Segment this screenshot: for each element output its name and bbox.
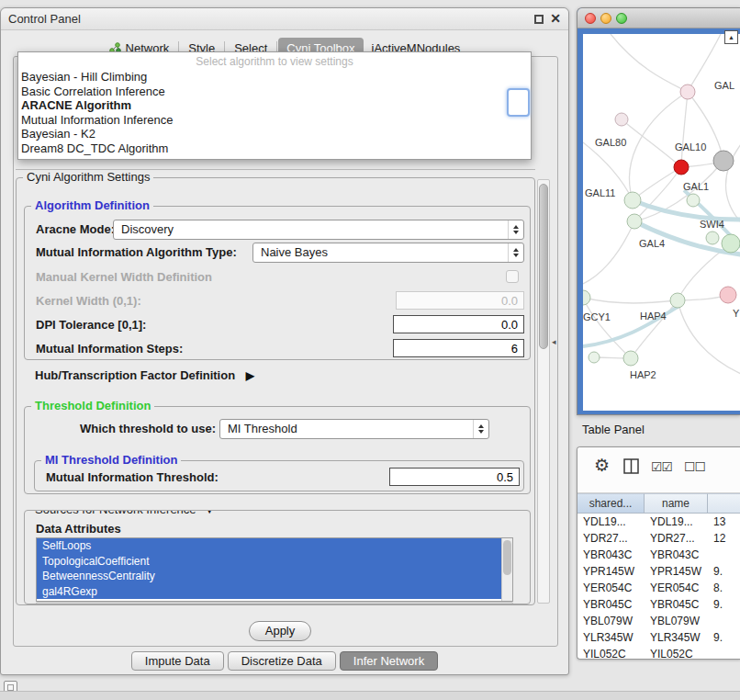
sources-group: Sources for Network Inference ▼ Data Att… — [24, 510, 531, 604]
dropdown-item[interactable]: Bayesian - K2 — [18, 127, 531, 141]
node-pink[interactable] — [680, 85, 695, 99]
node-hap4[interactable] — [670, 293, 685, 308]
cell: YIL052C — [577, 646, 645, 659]
mi-threshold-definition-group: MI Threshold Definition Mutual Informati… — [34, 460, 524, 491]
node-green-right[interactable] — [722, 234, 740, 253]
table-row[interactable]: YLR345WYLR345W9. — [577, 629, 740, 646]
mac-minimize-button[interactable] — [600, 13, 611, 24]
node-pale[interactable] — [615, 113, 628, 126]
kernel-width-label: Kernel Width (0,1): — [36, 294, 141, 308]
tab-impute-data[interactable]: Impute Data — [131, 651, 224, 671]
list-item[interactable]: BetweennessCentrality — [37, 569, 512, 584]
dropdown-item[interactable]: Mutual Information Inference — [18, 113, 531, 128]
float-window-icon[interactable] — [534, 15, 544, 24]
table-row[interactable]: YDL19...YDL19...13 — [577, 514, 740, 530]
table-row[interactable]: YBR043CYBR043C — [577, 547, 740, 563]
node-label: GAL4 — [639, 238, 665, 249]
combo-arrows-icon — [473, 420, 488, 438]
focused-control-fragment[interactable] — [507, 88, 530, 117]
table-row[interactable]: YIL052CYIL052C — [577, 646, 740, 659]
dropdown-placeholder: Select algorithm to view settings — [18, 54, 531, 70]
cell: YBR043C — [577, 547, 645, 563]
hub-definition-label: Hub/Transcription Factor Definition — [35, 368, 235, 382]
cell: YPR145W — [577, 563, 645, 580]
dropdown-item-selected[interactable]: ARACNE Algorithm — [18, 98, 531, 113]
hub-definition-toggle[interactable]: Hub/Transcription Factor Definition ▶ — [35, 368, 254, 382]
list-item[interactable]: SelfLoops — [37, 538, 512, 554]
table-row[interactable]: YBL079WYBL079W — [577, 613, 740, 629]
splitter-collapse-icon[interactable]: ◂ — [552, 337, 556, 346]
node-hap2[interactable] — [623, 351, 638, 366]
tab-discretize-data[interactable]: Discretize Data — [228, 651, 336, 671]
node-label: GAL1 — [683, 181, 709, 192]
node-small[interactable] — [589, 352, 600, 363]
group-title: Cyni Algorithm Settings — [23, 170, 153, 184]
dropdown-item[interactable]: Dream8 DC_TDC Algorithm — [18, 141, 531, 156]
group-title: Sources for Network Inference ▼ — [31, 510, 219, 516]
list-item[interactable]: gal4RGexp — [37, 584, 512, 600]
columns-icon[interactable] — [623, 458, 639, 474]
cell: YDR27... — [645, 530, 708, 547]
column-header-shared-name[interactable]: shared... — [577, 493, 645, 514]
node-gray-large[interactable] — [713, 151, 734, 171]
mi-steps-input[interactable] — [393, 339, 524, 357]
gear-icon[interactable]: ⚙ — [594, 455, 610, 476]
table-row[interactable]: YER054CYER054C8. — [577, 580, 740, 596]
node-gal11[interactable] — [624, 192, 641, 209]
table-panel-window: ⚙ ☑☑ ☐☐ shared... name YDL19...YDL19...1… — [577, 446, 740, 660]
select-all-icon[interactable]: ☑☑ — [651, 459, 672, 474]
node-gcy1[interactable] — [583, 290, 590, 305]
close-icon[interactable]: ✕ — [550, 11, 561, 26]
cell: YLR345W — [645, 629, 708, 646]
node-swi4[interactable] — [706, 231, 719, 244]
mi-threshold-input[interactable] — [389, 468, 520, 486]
dpi-tolerance-label: DPI Tolerance [0,1]: — [36, 318, 146, 332]
node-red-gal10[interactable] — [674, 160, 689, 175]
node-gal1[interactable] — [687, 194, 700, 207]
table-row[interactable]: YDR27...YDR27...12 — [577, 530, 740, 547]
cyni-algorithm-settings-group: Cyni Algorithm Settings Algorithm Defini… — [16, 177, 535, 605]
scrollbar-thumb[interactable] — [539, 184, 548, 349]
settings-scrollbar[interactable] — [537, 179, 550, 604]
group-title: Algorithm Definition — [31, 198, 153, 212]
network-graph: GAL80 GAL10 GAL11 GAL1 SWI4 GAL4 GCY1 HA… — [583, 34, 740, 411]
mi-type-select[interactable]: Naive Bayes — [252, 243, 524, 263]
node-gal4[interactable] — [627, 214, 642, 229]
mac-zoom-button[interactable] — [616, 13, 627, 24]
network-canvas[interactable]: GAL80 GAL10 GAL11 GAL1 SWI4 GAL4 GCY1 HA… — [583, 34, 740, 411]
dropdown-item[interactable]: Basic Correlation Inference — [18, 85, 531, 99]
node-pink-right[interactable] — [720, 287, 736, 303]
table-row[interactable]: YBR045CYBR045C9. — [577, 596, 740, 613]
expanded-arrow-icon[interactable]: ▼ — [204, 510, 215, 516]
column-header-name[interactable]: name — [645, 493, 708, 514]
desktop: Control Panel ✕ Network Style Select — [0, 0, 740, 700]
mac-close-button[interactable] — [585, 13, 596, 24]
list-horizontal-scrollbar[interactable] — [36, 602, 513, 604]
dpi-tolerance-input[interactable] — [393, 315, 524, 333]
collapsed-arrow-icon: ▶ — [246, 369, 254, 382]
scroll-up-icon[interactable]: ▲ — [724, 30, 738, 44]
which-threshold-label: Which threshold to use: — [80, 422, 216, 435]
apply-button[interactable]: Apply — [249, 621, 311, 641]
table-body: YDL19...YDL19...13 YDR27...YDR27...12 YB… — [577, 514, 740, 659]
kernel-width-input[interactable] — [396, 291, 524, 310]
cell: 12 — [708, 530, 740, 547]
cell — [708, 613, 740, 629]
cell: 9. — [708, 596, 740, 613]
aracne-mode-select[interactable]: Discovery — [113, 220, 524, 240]
data-attributes-list: SelfLoops TopologicalCoefficient Between… — [36, 537, 513, 602]
column-header-partial[interactable] — [708, 493, 740, 514]
manual-kernel-checkbox[interactable] — [506, 270, 519, 283]
table-header-row: shared... name — [577, 493, 740, 514]
group-title: Threshold Definition — [31, 399, 154, 412]
dropdown-item[interactable]: Bayesian - Hill Climbing — [18, 70, 531, 85]
list-item[interactable]: TopologicalCoefficient — [37, 554, 512, 570]
scrollbar-thumb[interactable] — [503, 540, 511, 575]
cell — [708, 547, 740, 563]
tab-infer-network[interactable]: Infer Network — [340, 651, 438, 671]
list-vertical-scrollbar[interactable] — [501, 538, 512, 601]
deselect-all-icon[interactable]: ☐☐ — [684, 459, 705, 474]
table-row[interactable]: YPR145WYPR145W9. — [577, 563, 740, 580]
node-label: SWI4 — [700, 219, 724, 230]
which-threshold-select[interactable]: MI Threshold — [219, 419, 489, 439]
